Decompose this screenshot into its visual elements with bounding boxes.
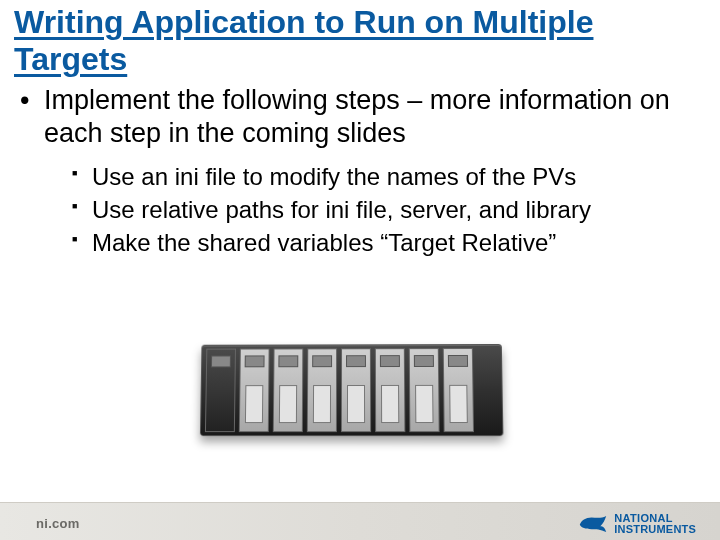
bullet-text: Use relative paths for ini file, server,… [92, 196, 591, 223]
bullet-text: Use an ini file to modify the names of t… [92, 163, 576, 190]
ni-logo: NATIONAL INSTRUMENTS [578, 513, 696, 535]
chassis-body [200, 344, 504, 436]
slide-title: Writing Application to Run on Multiple T… [14, 4, 720, 78]
hardware-chassis-image [200, 324, 500, 444]
logo-line2: INSTRUMENTS [614, 524, 696, 535]
bullet-list-level1: Implement the following steps – more inf… [18, 84, 702, 259]
chassis-slot [273, 348, 303, 432]
list-item: Make the shared variables “Target Relati… [72, 227, 702, 258]
slide-body: Implement the following steps – more inf… [18, 84, 702, 259]
chassis-slot [375, 348, 405, 432]
chassis-slot [341, 348, 371, 432]
footer-url: ni.com [36, 516, 80, 531]
list-item: Implement the following steps – more inf… [18, 84, 702, 259]
chassis-slot [307, 348, 337, 432]
list-item: Use relative paths for ini file, server,… [72, 194, 702, 225]
ni-logo-text: NATIONAL INSTRUMENTS [614, 513, 696, 535]
ni-eagle-icon [578, 513, 608, 535]
bullet-text: Make the shared variables “Target Relati… [92, 229, 556, 256]
slide: Writing Application to Run on Multiple T… [0, 4, 720, 540]
bullet-text: Implement the following steps – more inf… [44, 85, 670, 149]
logo-line1: NATIONAL [614, 513, 696, 524]
slide-footer: ni.com NATIONAL INSTRUMENTS [0, 502, 720, 540]
chassis-slot [409, 348, 440, 432]
chassis-slot [239, 349, 270, 433]
chassis-slot [443, 348, 474, 432]
bullet-list-level2: Use an ini file to modify the names of t… [72, 161, 702, 259]
chassis-slot [205, 349, 236, 433]
list-item: Use an ini file to modify the names of t… [72, 161, 702, 192]
